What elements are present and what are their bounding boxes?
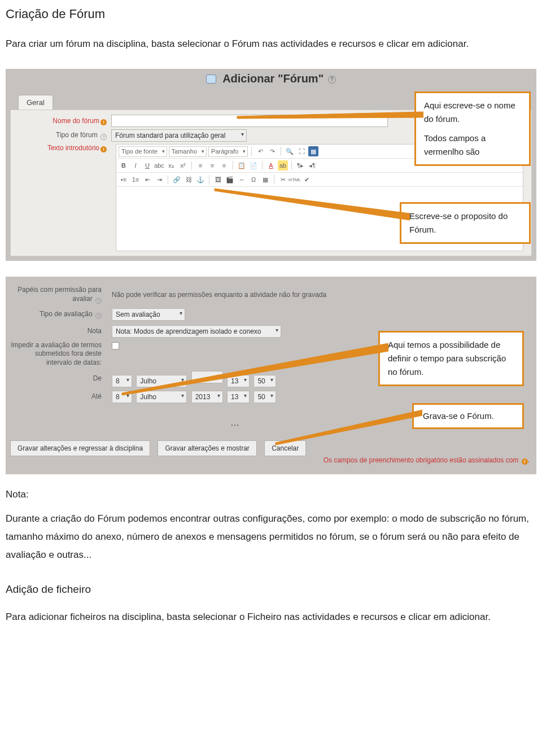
highlight-icon[interactable]: ab [278,160,288,171]
table-icon[interactable]: ▦ [260,174,270,185]
toggle-icon[interactable]: ▦ [308,146,318,156]
page-title: Criação de Fórum [6,7,536,21]
ul-icon[interactable]: •≡ [119,174,129,185]
section-2-body: Para adicionar ficheiros na disciplina, … [6,608,536,626]
underline-icon[interactable]: U [142,160,152,171]
help-icon: ? [100,134,107,140]
editor-size-select[interactable]: Tamanho [169,146,207,157]
tab-geral[interactable]: Geral [18,95,53,110]
ate-year-select[interactable]: 2013 [191,391,223,403]
label-tipo-aval: Tipo de avaliação ? [6,308,107,321]
de-hour-select[interactable]: 13 [227,375,250,387]
redo-icon[interactable]: ↷ [267,146,277,156]
image-icon[interactable]: 🖼 [213,174,223,185]
ate-min-select[interactable]: 50 [253,391,276,403]
screenshot-ratings: … Papéis com permissão para avaliar ? Nã… [6,277,536,474]
align-right-icon[interactable]: ≡ [219,160,229,171]
bold-icon[interactable]: B [119,160,129,171]
required-footer: Os campos de preenchimento obrigatório e… [6,456,530,465]
anchor-icon[interactable]: ⚓ [195,174,206,185]
de-month-select[interactable]: Julho [136,375,187,387]
ate-month-select[interactable]: Julho [136,391,187,403]
tipo-aval-select[interactable]: Sem avaliação [112,308,185,321]
media-icon[interactable]: 🎬 [225,174,235,185]
tipo-select[interactable]: Fórum standard para utilização geral [111,129,247,142]
ellipsis-mid: … [230,418,239,428]
section-2-title: Adição de ficheiro [6,583,536,596]
align-left-icon[interactable]: ≡ [195,160,206,171]
label-nota: Nota [6,325,107,338]
ate-hour-select[interactable]: 13 [227,391,250,403]
forum-icon [206,75,216,84]
callout-1-l2: Todos campos a vermenlho são [424,132,521,159]
label-texto: Texto introdutório! [11,144,111,152]
help-icon: ? [95,313,102,319]
note-body: Durante a criação do Fórum podemos encon… [6,510,536,565]
callout-3: Aqui temos a possibilidade de definir o … [378,331,524,386]
nome-input[interactable] [111,115,388,127]
callout-1: Aqui escreve-se o nome do fórum. Todos c… [414,91,531,166]
save-return-button[interactable]: Gravar alterações e regressar à discipli… [10,440,150,456]
find-icon[interactable]: 🔍 [285,146,295,156]
required-icon: ! [100,146,107,152]
editor-paragraph-select[interactable]: Parágrafo [208,146,248,157]
save-show-button[interactable]: Gravar alterações e mostrar [158,440,256,456]
label-de: De [6,372,107,386]
label-tipo: Tipo de fórum ? [11,131,111,140]
undo-icon[interactable]: ↶ [255,146,265,156]
required-icon: ! [100,119,107,125]
screenshot-add-forum: Adicionar "Fórum" ? Geral Nome do fórum!… [6,69,536,261]
unlink-icon[interactable]: ⛓ [183,174,194,185]
align-center-icon[interactable]: ≡ [207,160,217,171]
nonbreak-icon[interactable]: ↔ [237,174,247,185]
cancel-button[interactable]: Cancelar [264,440,306,456]
italic-icon[interactable]: I [130,160,141,171]
impedir-checkbox[interactable] [112,342,119,349]
de-min-select[interactable]: 50 [253,375,276,387]
ltr-icon[interactable]: ¶▸ [295,160,305,171]
html-icon[interactable]: HTML [290,174,300,185]
form-heading-text: Adicionar "Fórum" [222,72,324,85]
spellcheck-icon[interactable]: ✔ [301,174,312,185]
ate-day-select[interactable]: 8 [112,391,132,403]
help-icon: ? [328,76,336,84]
intro-text: Para criar um fórum na disciplina, basta… [6,35,536,53]
text-color-icon[interactable]: A [266,160,276,171]
editor-font-select[interactable]: Tipo de fonte [119,146,167,157]
de-year-select[interactable] [191,371,223,383]
clean-icon[interactable]: ✂ [278,174,288,185]
rtl-icon[interactable]: ◂¶ [307,160,317,171]
label-papeis: Papéis com permissão para avaliar ? [6,283,107,306]
paste-icon[interactable]: 📋 [237,160,247,171]
form-heading: Adicionar "Fórum" ? [6,72,536,85]
outdent-icon[interactable]: ⇤ [142,174,152,185]
de-day-select[interactable]: 8 [112,375,132,387]
help-icon: ? [95,298,102,304]
fullscreen-icon[interactable]: ⛶ [296,146,307,156]
label-nome: Nome do fórum! [11,117,111,125]
required-icon: ! [522,458,528,465]
callout-2: Escreve-se o proposito do Fórum. [400,202,531,244]
label-ate: Até [6,390,107,404]
note-label: Nota: [6,486,536,504]
link-icon[interactable]: 🔗 [172,174,182,185]
superscript-icon[interactable]: x² [178,160,188,171]
papeis-value: Não pode verificar as permissões enquant… [107,290,536,300]
label-impedir: Impedir a avaliação de termos submetidos… [6,340,107,370]
indent-icon[interactable]: ⇥ [154,174,164,185]
callout-4: Grava-se o Fórum. [412,403,524,429]
callout-1-l1: Aqui escreve-se o nome do fórum. [424,99,521,126]
strike-icon[interactable]: abc [154,160,164,171]
nota-select[interactable]: Nota: Modos de aprendizagem isolado e co… [112,325,281,338]
paste-word-icon[interactable]: 📄 [248,160,259,171]
char-icon[interactable]: Ω [248,174,259,185]
subscript-icon[interactable]: x₂ [166,160,176,171]
ol-icon[interactable]: 1≡ [130,174,141,185]
